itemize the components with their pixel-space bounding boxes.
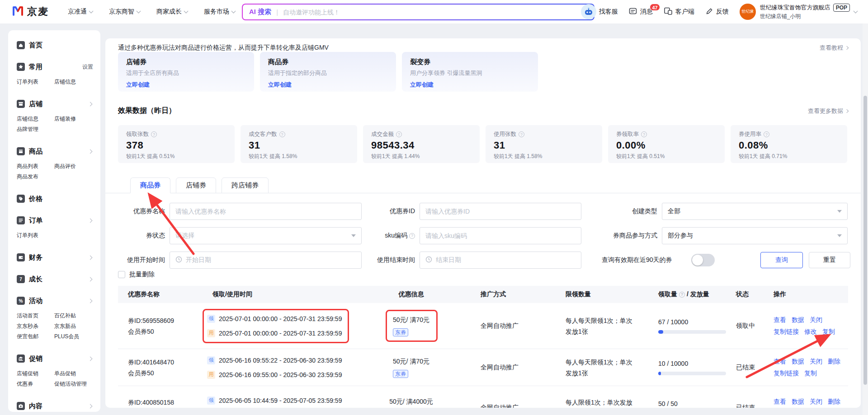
- ai-search-box[interactable]: AI 搜索 |: [242, 4, 594, 20]
- close-link[interactable]: 关闭: [810, 316, 822, 324]
- chevron-right-icon[interactable]: [88, 298, 93, 303]
- help-icon[interactable]: ?: [151, 131, 157, 137]
- coupon-status-select[interactable]: 请选择: [170, 227, 362, 244]
- sidebar-link[interactable]: 单品促销: [54, 368, 93, 379]
- batch-delete-checkbox[interactable]: [118, 271, 125, 278]
- data-link[interactable]: 数据: [792, 316, 804, 324]
- data-link[interactable]: 数据: [792, 358, 804, 366]
- sidebar-link-coupon[interactable]: 优惠券: [17, 379, 54, 389]
- chevron-right-icon[interactable]: [88, 356, 93, 361]
- modify-link[interactable]: 修改: [804, 328, 817, 336]
- feedback-button[interactable]: 反馈: [705, 7, 729, 17]
- reset-button[interactable]: 重置: [809, 252, 850, 268]
- messages-button[interactable]: 消息 47: [629, 7, 653, 17]
- help-icon[interactable]: ?: [409, 233, 415, 239]
- view-tutorial-link[interactable]: 查看教程: [820, 44, 848, 52]
- sidebar-link[interactable]: 商品列表: [17, 161, 54, 172]
- sidebar-link[interactable]: 京东秒杀: [17, 321, 54, 331]
- sidebar-link[interactable]: 商品发布: [17, 172, 54, 182]
- participation-select[interactable]: 部分参与: [662, 227, 848, 244]
- sidebar-link[interactable]: 店铺信息: [17, 114, 54, 124]
- tab-product-coupon[interactable]: 商品券: [130, 177, 170, 193]
- chevron-right-icon[interactable]: [88, 255, 93, 260]
- nav-menu-shangzhi[interactable]: 京东商智: [109, 8, 140, 16]
- view-link[interactable]: 查看: [774, 316, 786, 324]
- sidebar-link[interactable]: 品牌管理: [17, 124, 54, 135]
- sidebar-link[interactable]: 商品评价: [54, 161, 93, 172]
- sidebar-item-product[interactable]: 商品: [17, 146, 93, 156]
- view-link[interactable]: 查看: [774, 398, 786, 406]
- sidebar-item-order[interactable]: 订单: [17, 215, 93, 225]
- help-icon[interactable]: ?: [519, 131, 524, 137]
- delete-link[interactable]: 删除: [828, 358, 840, 366]
- sidebar-link[interactable]: 便宜包邮: [17, 331, 54, 342]
- sidebar-link[interactable]: 促销活动管理: [54, 379, 93, 389]
- shop-account-menu[interactable]: 世纪缘 世纪缘珠宝首饰官方旗舰店 POP 世纪缘店铺_小明: [740, 4, 857, 20]
- sidebar-link[interactable]: 订单列表: [17, 77, 54, 87]
- sidebar-item-label: 常用: [29, 63, 42, 71]
- page-scrollbar-thumb[interactable]: [863, 96, 867, 385]
- home-icon: [17, 41, 25, 49]
- copy-link-link[interactable]: 复制链接: [774, 369, 799, 378]
- help-icon[interactable]: ?: [641, 131, 647, 137]
- sku-code-input[interactable]: [425, 232, 576, 239]
- customer-service-button[interactable]: 找客服: [581, 4, 618, 19]
- query-button[interactable]: 查询: [760, 252, 803, 268]
- nav-menu-market[interactable]: 服务市场: [204, 8, 235, 16]
- coupon-id-input[interactable]: [425, 208, 576, 215]
- copy-link-link[interactable]: 复制链接: [774, 328, 799, 336]
- valid-90-toggle[interactable]: [691, 254, 715, 266]
- chevron-right-icon[interactable]: [88, 277, 93, 281]
- copy-link[interactable]: 复制: [822, 328, 835, 336]
- end-date-picker[interactable]: 结束日期: [420, 252, 581, 269]
- help-icon[interactable]: ?: [279, 131, 285, 137]
- tab-shop-coupon[interactable]: 店铺券: [176, 177, 216, 193]
- chevron-right-icon[interactable]: [88, 149, 93, 154]
- data-link[interactable]: 数据: [792, 398, 804, 406]
- help-icon[interactable]: ?: [764, 131, 769, 137]
- create-now-link[interactable]: 立即创建: [268, 81, 292, 89]
- start-date-picker[interactable]: 开始日期: [170, 252, 362, 269]
- sidebar-link[interactable]: 店铺信息: [54, 77, 93, 87]
- sku-code-label: sku编码?: [352, 227, 415, 244]
- sidebar-link[interactable]: 店铺促销: [17, 368, 54, 379]
- sidebar-item-growth[interactable]: 7 成长: [17, 274, 93, 284]
- nav-menu-jingzhuntong[interactable]: 京准通: [68, 8, 93, 16]
- view-link[interactable]: 查看: [774, 358, 786, 366]
- sidebar-link[interactable]: 店铺装修: [54, 114, 93, 124]
- sidebar-item-price[interactable]: 价格: [17, 194, 93, 204]
- search-input[interactable]: [283, 9, 587, 16]
- sidebar-link[interactable]: 京东新品: [54, 321, 93, 331]
- jingmai-logo[interactable]: 京麦: [12, 5, 49, 19]
- sidebar-link[interactable]: 订单列表: [17, 230, 54, 241]
- help-icon[interactable]: ?: [396, 131, 402, 137]
- sidebar-item-home[interactable]: 首页: [17, 40, 93, 50]
- sidebar-item-activity[interactable]: % 活动: [17, 296, 93, 306]
- coupon-name-input[interactable]: [175, 208, 356, 215]
- create-type-select[interactable]: 全部: [662, 203, 848, 220]
- favorites-settings-link[interactable]: 设置: [82, 63, 93, 71]
- sidebar-item-content[interactable]: 内容: [17, 401, 93, 411]
- sidebar-item-shop[interactable]: 店铺: [17, 99, 93, 109]
- sidebar-item-finance[interactable]: 财务: [17, 252, 93, 262]
- close-link[interactable]: 关闭: [810, 398, 822, 406]
- sidebar-link[interactable]: 百亿补贴: [54, 311, 93, 321]
- sidebar-item-promotion[interactable]: 促销: [17, 354, 93, 364]
- sidebar-item-favorites[interactable]: 常用 设置: [17, 62, 93, 72]
- nav-menu-growth[interactable]: 商家成长: [156, 8, 188, 16]
- create-now-link[interactable]: 立即创建: [126, 81, 150, 89]
- copy-link[interactable]: 复制: [804, 369, 817, 378]
- tab-cross-shop-coupon[interactable]: 跨店铺券: [222, 177, 269, 193]
- chevron-right-icon[interactable]: [88, 404, 93, 408]
- create-now-link[interactable]: 立即创建: [410, 81, 434, 89]
- sidebar-link[interactable]: 活动首页: [17, 311, 54, 321]
- close-link[interactable]: 关闭: [810, 358, 822, 366]
- page-scrollbar-track[interactable]: [863, 23, 868, 415]
- client-button[interactable]: 客户端: [664, 7, 694, 17]
- chevron-right-icon[interactable]: [88, 102, 93, 106]
- chevron-right-icon[interactable]: [88, 218, 93, 223]
- view-more-data-link[interactable]: 查看更多数据: [808, 107, 848, 115]
- sidebar-link[interactable]: PLUS会员: [54, 331, 93, 342]
- delete-link[interactable]: 删除: [828, 398, 840, 406]
- help-icon[interactable]: ?: [679, 292, 685, 298]
